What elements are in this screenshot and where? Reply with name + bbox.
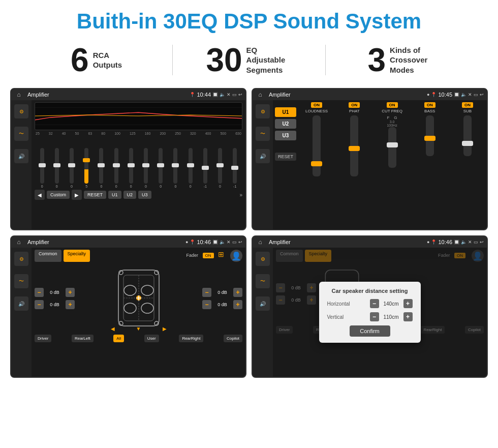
left-arrow[interactable]: ◀ [111, 326, 115, 332]
u1-btn[interactable]: U1 [108, 191, 121, 199]
down-arrow[interactable]: ▼ [136, 326, 141, 332]
horizontal-minus[interactable]: − [370, 299, 379, 308]
db-val-3: 0 dB [213, 290, 231, 295]
cutfreq-label: CUT FREQ [382, 109, 402, 113]
screen-speaker: ⌂ Amplifier ● 📍 10:46 🔲 🔈 ✕ ▭ ↩ ⚙ 〜 🔊 [10, 235, 246, 378]
fader-on-badge: ON [203, 253, 214, 258]
cutfreq-slider[interactable] [388, 127, 396, 168]
plus-btn-1[interactable]: + [66, 288, 75, 297]
driver-btn[interactable]: Driver [35, 335, 51, 342]
vertical-plus[interactable]: + [403, 312, 413, 321]
plus-btn-4[interactable]: + [233, 300, 242, 309]
plus-btn-2[interactable]: + [66, 300, 75, 309]
u2-btn[interactable]: U2 [123, 191, 137, 199]
vertical-minus[interactable]: − [370, 312, 379, 321]
status-time-3: 10:46 [197, 239, 211, 245]
stats-row: 6 RCAOutputs 30 EQ AdjustableSegments 3 … [0, 39, 498, 81]
plus-btn-3[interactable]: + [233, 288, 242, 297]
home-icon-3: ⌂ [14, 237, 23, 247]
speaker-tabs: Common Specialty Fader ON ⊞ 👤 [35, 250, 242, 262]
sub-label: SUB [463, 109, 472, 113]
main-title: Buith-in 30EQ DSP Sound System [0, 0, 498, 39]
minus-btn-3[interactable]: − [202, 288, 211, 297]
eq-icon-btn-2[interactable]: ⚙ [256, 104, 270, 118]
cutfreq-on: ON [387, 102, 398, 108]
right-arrow[interactable]: ▶ [163, 326, 167, 332]
speaker-icon-btn[interactable]: 🔊 [14, 149, 28, 163]
stat-divider-1 [172, 45, 173, 75]
stat-label-crossover: Kinds ofCrossover Modes [390, 45, 435, 75]
back-icon-3: ↩ [238, 240, 242, 245]
wave-icon-btn[interactable]: 〜 [14, 127, 28, 141]
expand-icon: » [239, 192, 242, 198]
user-btn[interactable]: User [144, 335, 159, 342]
back-icon-4: ↩ [480, 240, 484, 245]
stat-label-rca: RCAOutputs [93, 50, 122, 70]
status-bar-2: ⌂ Amplifier ● 📍 10:45 🔲 🔈 ✕ ▭ ↩ [253, 89, 487, 100]
volume-icon-1: 🔈 [220, 92, 225, 97]
rearleft-btn[interactable]: RearLeft [72, 335, 94, 342]
wave-icon-btn-3[interactable]: 〜 [14, 274, 28, 288]
speaker-icon-btn-2[interactable]: 🔊 [256, 149, 270, 163]
u2-crossover[interactable]: U2 [275, 119, 296, 129]
volume-icon-3: 🔈 [220, 240, 225, 245]
minus-btn-4[interactable]: − [202, 300, 211, 309]
confirm-button[interactable]: Confirm [350, 325, 390, 337]
minus-btn-1[interactable]: − [35, 288, 44, 297]
u1-crossover[interactable]: U1 [275, 107, 296, 117]
horizontal-plus[interactable]: + [403, 299, 413, 308]
status-time-1: 10:44 [197, 92, 211, 98]
db-val-1: 0 dB [46, 290, 64, 295]
stat-eq: 30 EQ AdjustableSegments [183, 44, 315, 76]
location-icon-4: 📍 [431, 240, 437, 245]
bass-slider[interactable] [426, 115, 434, 156]
dialog-horizontal-row: Horizontal − 140cm + [327, 299, 413, 308]
loudness-slider[interactable] [313, 115, 321, 176]
location-icon-1: 📍 [190, 92, 195, 97]
u3-btn[interactable]: U3 [138, 191, 151, 199]
stat-divider-2 [325, 45, 326, 75]
status-bar-1: ⌂ Amplifier 📍 10:44 🔲 🔈 ✕ ▭ ↩ [11, 89, 245, 100]
prev-arrow[interactable]: ◀ [35, 190, 45, 200]
svg-point-6 [141, 285, 153, 295]
screen-content-3: ⚙ 〜 🔊 Common Specialty Fader ON ⊞ 👤 [11, 248, 245, 377]
home-icon-2: ⌂ [256, 90, 265, 99]
side-controls-2: ⚙ 〜 🔊 [253, 100, 273, 229]
eq-graph [35, 102, 242, 130]
rearright-btn[interactable]: RearRight [179, 335, 203, 342]
volume-icon-4: 🔈 [461, 240, 466, 245]
sub-slider[interactable] [463, 115, 472, 156]
dialog-vertical-label: Vertical [327, 314, 344, 320]
back-icon-2: ↩ [480, 92, 484, 97]
vertical-value: 110cm [381, 314, 401, 320]
eq-sliders: 0 0 0 5 0 0 0 0 0 0 0 -1 0 -1 [35, 137, 242, 188]
speaker-icon-btn-3[interactable]: 🔊 [14, 296, 28, 311]
dot-icon-2: ● [427, 92, 429, 97]
eq-icon-btn-3[interactable]: ⚙ [14, 252, 28, 266]
phat-slider[interactable] [350, 115, 358, 176]
side-controls-1: ⚙ 〜 🔊 [11, 100, 32, 229]
tab-common[interactable]: Common [35, 250, 61, 262]
custom-btn[interactable]: Custom [47, 191, 70, 199]
screen-content-2: ⚙ 〜 🔊 U1 U2 U3 RESET ON LOUDNESS [253, 100, 487, 229]
screen-title-3: Amplifier [27, 239, 183, 245]
screen-crossover: ⌂ Amplifier ● 📍 10:45 🔲 🔈 ✕ ▭ ↩ ⚙ 〜 🔊 [252, 88, 488, 230]
x-icon-4: ✕ [468, 240, 472, 245]
dialog-overlay: Car speaker distance setting Horizontal … [253, 248, 487, 377]
copilot-btn[interactable]: Copilot [224, 335, 242, 342]
eq-icon-btn[interactable]: ⚙ [14, 104, 28, 118]
right-db-controls: − 0 dB + − 0 dB + [202, 265, 242, 332]
side-controls-3: ⚙ 〜 🔊 [11, 248, 32, 377]
all-btn[interactable]: All [113, 335, 124, 342]
reset-crossover[interactable]: RESET [275, 153, 296, 161]
reset-btn[interactable]: RESET [84, 191, 106, 199]
wave-icon-btn-2[interactable]: 〜 [256, 127, 270, 141]
crossover-sliders: ON LOUDNESS ON PHAT [299, 102, 485, 227]
u3-crossover[interactable]: U3 [275, 131, 296, 140]
minus-btn-2[interactable]: − [35, 300, 44, 309]
sub-on: ON [462, 102, 473, 108]
dialog-vertical-row: Vertical − 110cm + [327, 312, 413, 321]
tab-specialty[interactable]: Specialty [64, 250, 90, 262]
stat-number-eq: 30 [206, 44, 242, 76]
next-arrow[interactable]: ▶ [72, 190, 82, 200]
